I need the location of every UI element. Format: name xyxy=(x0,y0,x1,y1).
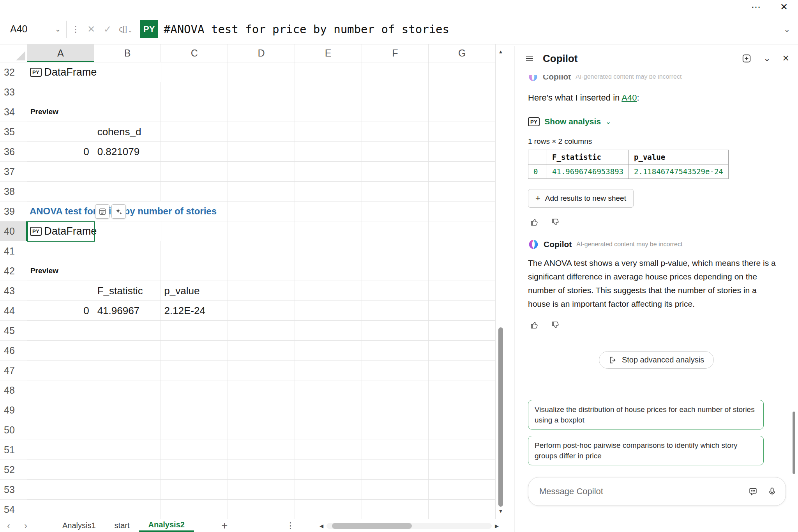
cell-C53[interactable] xyxy=(161,480,228,500)
row-header-49[interactable]: 49 xyxy=(0,400,27,420)
cell-B47[interactable] xyxy=(94,361,161,380)
column-header-c[interactable]: C xyxy=(161,44,228,62)
cell-G53[interactable] xyxy=(429,480,496,500)
cell-A46[interactable] xyxy=(27,341,94,361)
cell-D51[interactable] xyxy=(228,440,295,460)
cell-A35[interactable] xyxy=(27,122,94,142)
cell-G34[interactable] xyxy=(429,102,496,122)
cell-D46[interactable] xyxy=(228,341,295,361)
column-header-e[interactable]: E xyxy=(295,44,362,62)
cell-D54[interactable] xyxy=(228,500,295,519)
cell-F52[interactable] xyxy=(362,460,429,480)
cell-B43[interactable]: F_statistic xyxy=(94,281,161,301)
cell-G52[interactable] xyxy=(429,460,496,480)
sheet-tab-analysis1[interactable]: Analysis1 xyxy=(53,519,105,532)
cell-D40[interactable] xyxy=(228,221,295,241)
vertical-scrollbar-thumb[interactable] xyxy=(498,327,503,507)
cell-A54[interactable] xyxy=(27,500,94,519)
cell-E47[interactable] xyxy=(295,361,362,380)
cell-F36[interactable] xyxy=(362,142,429,162)
cell-F54[interactable] xyxy=(362,500,429,519)
cell-F37[interactable] xyxy=(362,162,429,182)
microphone-icon[interactable] xyxy=(767,487,777,497)
column-header-g[interactable]: G xyxy=(429,44,496,62)
cell-B36[interactable]: 0.821079 xyxy=(94,142,161,162)
cell-E36[interactable] xyxy=(295,142,362,162)
cell-D49[interactable] xyxy=(228,400,295,420)
row-header-47[interactable]: 47 xyxy=(0,361,27,380)
cell-G49[interactable] xyxy=(429,400,496,420)
cell-C37[interactable] xyxy=(161,162,228,182)
cell-G43[interactable] xyxy=(429,281,496,301)
row-header-36[interactable]: 36 xyxy=(0,142,27,162)
show-analysis-toggle[interactable]: PY Show analysis ⌄ xyxy=(528,117,785,126)
cell-G32[interactable] xyxy=(429,62,496,82)
cell-E53[interactable] xyxy=(295,480,362,500)
cell-B33[interactable] xyxy=(94,82,161,102)
cell-A50[interactable] xyxy=(27,420,94,440)
cell-B51[interactable] xyxy=(94,440,161,460)
window-more-button[interactable]: ⋯ xyxy=(747,1,765,13)
cell-D45[interactable] xyxy=(228,321,295,341)
close-panel-icon[interactable]: ✕ xyxy=(782,53,789,64)
analyze-data-button[interactable] xyxy=(111,204,126,219)
cell-A51[interactable] xyxy=(27,440,94,460)
cell-G48[interactable] xyxy=(429,380,496,400)
cell-G50[interactable] xyxy=(429,420,496,440)
copilot-scrollbar-thumb[interactable] xyxy=(793,412,795,474)
cell-A53[interactable] xyxy=(27,480,94,500)
cell-B34[interactable] xyxy=(94,102,161,122)
cell-F39[interactable] xyxy=(362,201,429,221)
cell-B44[interactable]: 41.96967 xyxy=(94,301,161,321)
row-header-44[interactable]: 44 xyxy=(0,301,27,321)
sheet-list-options-icon[interactable]: ⋮ xyxy=(286,521,295,531)
cell-D41[interactable] xyxy=(228,241,295,261)
cell-C40[interactable] xyxy=(161,221,228,241)
cell-C42[interactable] xyxy=(161,261,228,281)
cell-G37[interactable] xyxy=(429,162,496,182)
cell-C35[interactable] xyxy=(161,122,228,142)
cell-F42[interactable] xyxy=(362,261,429,281)
cell-E44[interactable] xyxy=(295,301,362,321)
row-header-46[interactable]: 46 xyxy=(0,341,27,361)
cell-C38[interactable] xyxy=(161,182,228,201)
row-header-42[interactable]: 42 xyxy=(0,261,27,281)
cell-G36[interactable] xyxy=(429,142,496,162)
scroll-left-arrow[interactable]: ◀ xyxy=(320,523,323,529)
row-header-37[interactable]: 37 xyxy=(0,162,27,182)
cell-D42[interactable] xyxy=(228,261,295,281)
cell-F41[interactable] xyxy=(362,241,429,261)
add-sheet-button[interactable]: + xyxy=(221,520,228,532)
column-header-d[interactable]: D xyxy=(228,44,295,62)
cell-E51[interactable] xyxy=(295,440,362,460)
cell-E42[interactable] xyxy=(295,261,362,281)
cell-D52[interactable] xyxy=(228,460,295,480)
row-header-41[interactable]: 41 xyxy=(0,241,27,261)
cell-D38[interactable] xyxy=(228,182,295,201)
cell-E32[interactable] xyxy=(295,62,362,82)
column-header-b[interactable]: B xyxy=(94,44,161,62)
cell-C49[interactable] xyxy=(161,400,228,420)
cell-C43[interactable]: p_value xyxy=(161,281,228,301)
row-header-43[interactable]: 43 xyxy=(0,281,27,301)
formula-bar-options-icon[interactable]: ⋮ xyxy=(71,24,80,34)
stop-advanced-analysis-button[interactable]: Stop advanced analysis xyxy=(599,351,714,369)
cell-F48[interactable] xyxy=(362,380,429,400)
cell-C47[interactable] xyxy=(161,361,228,380)
cell-A37[interactable] xyxy=(27,162,94,182)
cell-D34[interactable] xyxy=(228,102,295,122)
cell-B53[interactable] xyxy=(94,480,161,500)
cell-C50[interactable] xyxy=(161,420,228,440)
cell-E40[interactable] xyxy=(295,221,362,241)
cell-E45[interactable] xyxy=(295,321,362,341)
cell-C44[interactable]: 2.12E-24 xyxy=(161,301,228,321)
row-header-50[interactable]: 50 xyxy=(0,420,27,440)
cell-E54[interactable] xyxy=(295,500,362,519)
cell-E35[interactable] xyxy=(295,122,362,142)
cell-F49[interactable] xyxy=(362,400,429,420)
cell-B41[interactable] xyxy=(94,241,161,261)
cell-A40[interactable]: PYDataFrame xyxy=(27,221,94,241)
name-box-chevron-icon[interactable]: ⌄ xyxy=(55,25,61,34)
formula-bar-expand-icon[interactable]: ⌄ xyxy=(784,25,790,34)
cell-B42[interactable] xyxy=(94,261,161,281)
